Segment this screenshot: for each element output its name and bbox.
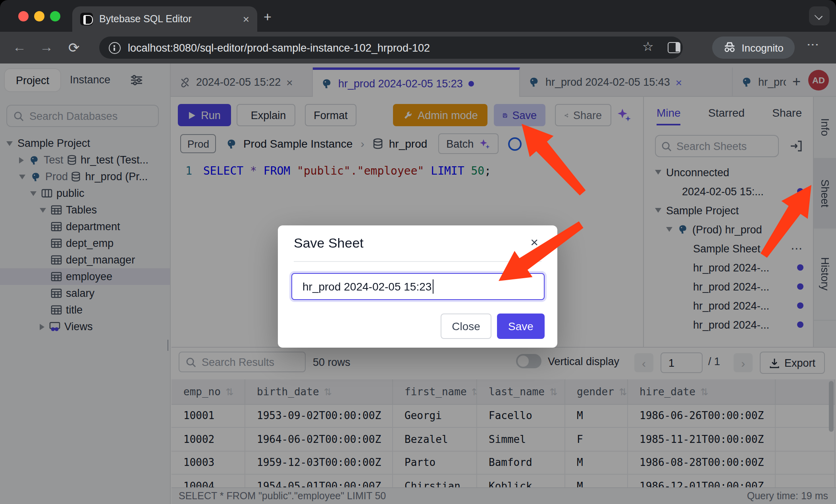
browser-tabstrip: Bytebase SQL Editor × + (0, 0, 836, 32)
bytebase-app: Project Instance 2024-02-05 15:22 × hr_p… (0, 63, 836, 504)
tab-close-icon[interactable]: × (243, 13, 249, 25)
forward-button[interactable]: → (40, 32, 53, 63)
browser-chrome: Bytebase SQL Editor × + ← → ⟳ localhost:… (0, 0, 836, 63)
window-minimize-button[interactable] (34, 11, 44, 21)
sheet-name-input[interactable]: hr_prod 2024-02-05 15:23 (291, 273, 545, 300)
bookmark-icon[interactable]: ☆ (642, 40, 655, 53)
browser-menu-icon[interactable]: ⋮ (809, 39, 817, 51)
dialog-save-button[interactable]: Save (497, 314, 545, 339)
dialog-title: Save Sheet (294, 236, 364, 252)
dialog-close-button[interactable]: Close (441, 314, 491, 339)
site-info-icon[interactable] (109, 42, 121, 54)
bytebase-favicon (80, 13, 93, 25)
reload-button[interactable]: ⟳ (68, 32, 80, 63)
dialog-divider (294, 261, 541, 262)
dialog-close-icon[interactable]: × (530, 235, 538, 251)
address-bar[interactable]: localhost:8080/sql-editor/prod-sample-in… (99, 37, 683, 59)
url-text: localhost:8080/sql-editor/prod-sample-in… (128, 42, 430, 54)
save-sheet-dialog: Save Sheet × hr_prod 2024-02-05 15:23 Cl… (278, 225, 557, 348)
browser-tab[interactable]: Bytebase SQL Editor × (72, 6, 257, 32)
browser-navbar: ← → ⟳ localhost:8080/sql-editor/prod-sam… (0, 32, 836, 63)
text-cursor (432, 279, 433, 294)
side-panel-icon[interactable] (668, 42, 680, 53)
browser-tab-title: Bytebase SQL Editor (99, 13, 238, 25)
incognito-icon (723, 42, 736, 53)
tab-search-button[interactable] (809, 6, 830, 25)
back-button[interactable]: ← (13, 32, 26, 63)
window-close-button[interactable] (18, 11, 29, 21)
window-zoom-button[interactable] (50, 11, 60, 21)
incognito-badge: Incognito (712, 37, 795, 59)
new-tab-button[interactable]: + (264, 10, 272, 25)
